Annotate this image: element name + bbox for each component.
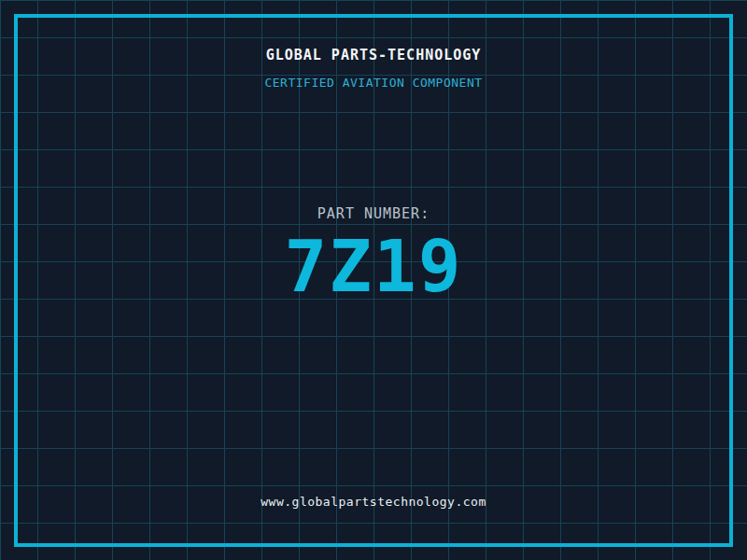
part-number-label: PART NUMBER:	[0, 205, 747, 222]
part-display-screen: GLOBAL PARTS-TECHNOLOGY CERTIFIED AVIATI…	[0, 0, 747, 560]
company-tagline: CERTIFIED AVIATION COMPONENT	[0, 76, 747, 90]
company-name: GLOBAL PARTS-TECHNOLOGY	[0, 47, 747, 63]
website-url: www.globalpartstechnology.com	[0, 495, 747, 509]
part-number-value: 7Z19	[0, 228, 747, 306]
